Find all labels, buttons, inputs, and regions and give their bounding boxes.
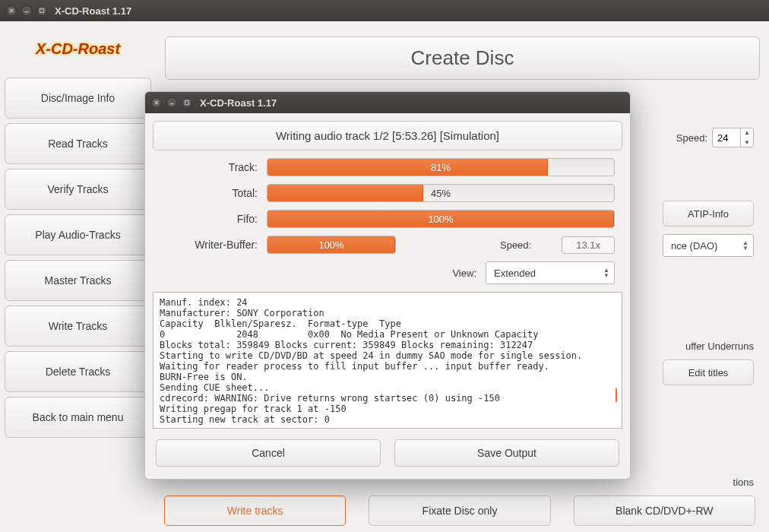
button-label: Cancel [252,447,285,459]
spin-down-icon[interactable]: ▼ [741,138,753,147]
fixate-disc-button[interactable]: Fixate Disc only [369,496,550,526]
speed-label: Speed: [676,132,707,144]
view-combo[interactable]: Extended ▲▼ [486,261,615,284]
blank-disc-button[interactable]: Blank CD/DVD+-RW [574,496,755,526]
total-progressbar: 45% [267,184,615,202]
write-tracks-button[interactable]: Write tracks [164,496,346,526]
sidebar-item-label: Master Tracks [45,274,112,287]
main-titlebar: X-CD-Roast 1.17 [0,0,769,21]
write-mode-combo[interactable]: nce (DAO) ▲▼ [663,234,754,257]
app-logo: X-CD-Roast [10,30,147,67]
combo-value: nce (DAO) [671,240,717,252]
actions-label-fragment: tions [733,477,754,488]
status-text: Writing audio track 1/2 [5:53.26] [Simul… [153,121,622,150]
dialog-speed-label: Speed: [500,239,531,251]
dialog-speed-value: 13.1x [562,236,615,254]
sidebar-item-read-tracks[interactable]: Read Tracks [5,123,151,164]
fifo-label: Fifo: [153,213,267,225]
total-label: Total: [153,187,267,199]
combo-spin-icon: ▲▼ [602,268,611,278]
sidebar-item-label: Back to main menu [33,411,124,423]
window-title: X-CD-Roast 1.17 [55,5,131,17]
save-output-button[interactable]: Save Output [394,439,619,467]
progress-dialog: X-CD-Roast 1.17 Writing audio track 1/2 … [144,91,631,480]
edit-titles-button[interactable]: Edit titles [663,359,754,385]
sidebar-item-label: Write Tracks [49,320,108,332]
sidebar-item-disc-image-info[interactable]: Disc/Image Info [5,78,151,119]
button-label: Write tracks [227,505,283,517]
sidebar-item-verify-tracks[interactable]: Verify Tracks [5,169,151,210]
sidebar-item-write-tracks[interactable]: Write Tracks [5,306,151,347]
log-text: Manuf. index: 24 Manufacturer: SONY Corp… [160,297,582,425]
combo-spin-icon: ▲▼ [741,240,750,251]
button-label: Edit titles [688,367,729,378]
page-title: Create Disc [165,36,760,80]
fifo-percent: 100% [428,214,453,225]
sidebar-item-label: Disc/Image Info [41,92,115,104]
svg-rect-0 [40,9,44,13]
sidebar-item-back-to-main[interactable]: Back to main menu [5,397,151,438]
sidebar-item-label: Delete Tracks [46,366,111,378]
atip-info-button[interactable]: ATIP-Info [663,201,754,226]
track-fill [267,159,548,176]
sidebar-item-play-audio-tracks[interactable]: Play Audio-Tracks [5,214,151,255]
svg-rect-1 [185,101,189,105]
total-percent: 45% [431,188,451,199]
track-label: Track: [153,161,267,173]
speed-spinner[interactable]: ▲ ▼ [712,128,754,147]
dialog-titlebar: X-CD-Roast 1.17 [145,92,630,113]
sidebar-item-delete-tracks[interactable]: Delete Tracks [5,351,151,392]
wb-percent: 100% [318,239,343,251]
view-label: View: [452,268,476,279]
buffer-underruns-label: uffer Underruns [685,340,754,352]
window-close-icon[interactable] [6,5,17,16]
sidebar-item-master-tracks[interactable]: Master Tracks [5,260,151,301]
total-fill [267,185,423,201]
writer-buffer-label: Writer-Buffer: [153,239,267,251]
speed-input[interactable] [713,132,740,144]
cancel-button[interactable]: Cancel [156,439,381,467]
button-label: ATIP-Info [688,208,729,220]
writer-buffer-progressbar: 100% [267,236,396,254]
sidebar-item-label: Play Audio-Tracks [35,229,120,241]
window-minimize-icon[interactable] [21,5,32,16]
log-output[interactable]: Manuf. index: 24 Manufacturer: SONY Corp… [153,292,622,429]
text-cursor-icon [616,388,617,402]
fifo-progressbar: 100% [267,210,615,228]
spin-up-icon[interactable]: ▲ [741,128,753,138]
window-maximize-icon[interactable] [36,5,47,16]
sidebar: X-CD-Roast Disc/Image Info Read Tracks V… [0,21,156,532]
dialog-maximize-icon[interactable] [182,97,192,108]
dialog-minimize-icon[interactable] [166,97,177,108]
sidebar-item-label: Read Tracks [48,138,108,150]
dialog-close-icon[interactable] [151,97,162,108]
button-label: Blank CD/DVD+-RW [616,505,714,517]
dialog-title: X-CD-Roast 1.17 [200,97,277,109]
combo-value: Extended [494,268,536,279]
button-label: Fixate Disc only [422,505,498,517]
track-percent: 81% [431,162,451,173]
sidebar-item-label: Verify Tracks [47,183,108,195]
button-label: Save Output [477,447,536,459]
track-progressbar: 81% [267,158,615,176]
